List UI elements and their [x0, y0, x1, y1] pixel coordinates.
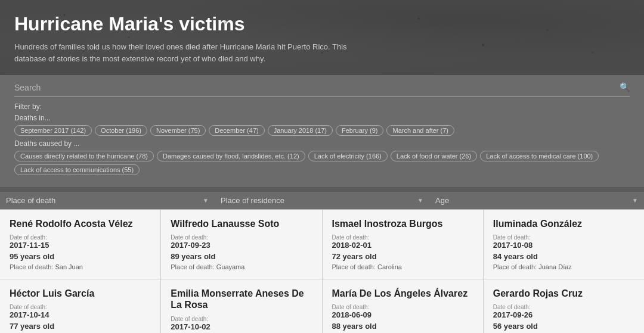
card-date: 2018-02-01 [332, 241, 473, 250]
month-filter-tag[interactable]: September 2017 (142) [14, 125, 92, 136]
dropdowns-row: Place of death▼Place of residence▼Age▼ [0, 192, 644, 210]
controls-section: 🔍 Filter by: Deaths in... September 2017… [0, 75, 644, 187]
victim-card[interactable]: Ismael Inostroza Burgos Date of death: 2… [323, 210, 483, 279]
deaths-in-label: Deaths in... [14, 114, 630, 122]
month-filter-tag[interactable]: March and after (7) [386, 125, 454, 136]
card-date-label: Date of death: [171, 234, 312, 241]
victim-card[interactable]: Héctor Luis García Date of death: 2017-1… [0, 279, 160, 333]
card-date-label: Date of death: [332, 234, 473, 241]
filter-by-label: Filter by: [14, 102, 630, 111]
months-filter-row: September 2017 (142)October (196)Novembe… [14, 125, 630, 136]
card-name: Emilia Monserrate Aneses De La Rosa [171, 288, 312, 310]
card-date: 2017-09-26 [493, 310, 634, 319]
cards-grid: René Rodolfo Acosta Vélez Date of death:… [0, 210, 644, 333]
card-age: 89 years old [171, 252, 312, 261]
card-age: 72 years old [332, 252, 473, 261]
card-date: 2017-09-23 [171, 241, 312, 250]
card-name: Ismael Inostroza Burgos [332, 218, 473, 229]
card-place: Place of death: Juana Díaz [493, 263, 634, 270]
card-age: 88 years old [332, 322, 473, 331]
cause-filter-tag[interactable]: Damages caused by flood, landslides, etc… [157, 151, 305, 161]
card-name: René Rodolfo Acosta Vélez [10, 218, 151, 229]
card-date: 2018-06-09 [332, 310, 473, 319]
card-age: 56 years old [493, 322, 634, 331]
card-age: 95 years old [10, 252, 151, 261]
page-title: Hurricane Maria's victims [14, 13, 630, 35]
victim-card[interactable]: Gerardo Rojas Cruz Date of death: 2017-0… [484, 279, 644, 333]
card-date-label: Date of death: [10, 234, 151, 241]
card-name: Gerardo Rojas Cruz [493, 288, 634, 299]
card-date: 2017-10-14 [10, 310, 151, 319]
cause-filter-tag[interactable]: Lack of access to communications (55) [14, 164, 140, 175]
card-date-label: Date of death: [493, 234, 634, 241]
card-name: Iluminada González [493, 218, 634, 229]
card-date: 2017-10-08 [493, 241, 634, 250]
card-name: Wilfredo Lanausse Soto [171, 218, 312, 229]
month-filter-tag[interactable]: November (75) [150, 125, 206, 136]
card-place: Place of death: Guayama [171, 263, 312, 270]
chevron-down-icon: ▼ [632, 197, 638, 204]
dropdown-place_of_residence[interactable]: Place of residence▼ [215, 192, 429, 210]
hero-section: Hurricane Maria's victims Hundreds of fa… [0, 0, 644, 75]
card-place: Place of death: Carolina [332, 263, 473, 270]
search-icon: 🔍 [620, 82, 630, 92]
card-date: 2017-10-02 [171, 322, 312, 331]
victim-card[interactable]: María De Los Ángeles Álvarez Date of dea… [323, 279, 483, 333]
victim-card[interactable]: Iluminada González Date of death: 2017-1… [484, 210, 644, 279]
card-date-label: Date of death: [10, 304, 151, 310]
chevron-down-icon: ▼ [203, 197, 209, 204]
month-filter-tag[interactable]: January 2018 (17) [268, 125, 333, 136]
card-name: Héctor Luis García [10, 288, 151, 299]
card-date: 2017-11-15 [10, 241, 151, 250]
deaths-caused-label: Deaths caused by ... [14, 139, 630, 148]
card-date-label: Date of death: [332, 304, 473, 310]
cause-filter-tag[interactable]: Causes directly related to the hurricane… [14, 151, 154, 161]
cause-filter-tag[interactable]: Lack of food or water (26) [391, 151, 477, 161]
card-date-label: Date of death: [171, 316, 312, 322]
hero-subtitle: Hundreds of families told us how their l… [14, 41, 348, 64]
victim-card[interactable]: René Rodolfo Acosta Vélez Date of death:… [0, 210, 160, 279]
chevron-down-icon: ▼ [417, 197, 423, 204]
causes-filter-row: Causes directly related to the hurricane… [14, 151, 630, 175]
card-age: 77 years old [10, 322, 151, 331]
card-name: María De Los Ángeles Álvarez [332, 288, 473, 299]
dropdown-label: Place of residence [221, 196, 284, 205]
search-input[interactable] [14, 83, 620, 92]
card-date-label: Date of death: [493, 304, 634, 310]
deaths-caused-group: Deaths caused by ... Causes directly rel… [14, 139, 630, 175]
dropdown-label: Place of death [6, 196, 55, 205]
cause-filter-tag[interactable]: Lack of electricity (166) [308, 151, 388, 161]
dropdown-label: Age [435, 196, 449, 205]
cause-filter-tag[interactable]: Lack of access to medical care (100) [480, 151, 599, 161]
victim-card[interactable]: Emilia Monserrate Aneses De La Rosa Date… [161, 279, 321, 333]
search-row: 🔍 [14, 82, 630, 97]
deaths-in-group: Deaths in... September 2017 (142)October… [14, 114, 630, 136]
cards-area: René Rodolfo Acosta Vélez Date of death:… [0, 210, 644, 333]
card-place: Place of death: San Juan [10, 263, 151, 270]
dropdown-place_of_death[interactable]: Place of death▼ [0, 192, 215, 210]
month-filter-tag[interactable]: October (196) [95, 125, 147, 136]
card-age: 84 years old [493, 252, 634, 261]
month-filter-tag[interactable]: December (47) [209, 125, 264, 136]
victim-card[interactable]: Wilfredo Lanausse Soto Date of death: 20… [161, 210, 321, 279]
month-filter-tag[interactable]: February (9) [336, 125, 384, 136]
dropdown-age[interactable]: Age▼ [429, 192, 644, 210]
